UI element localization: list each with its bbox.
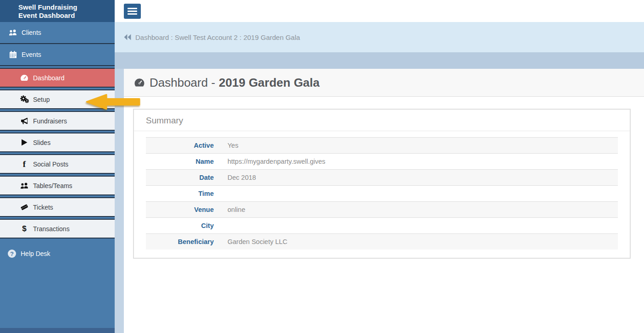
sidebar-item-setup[interactable]: Setup bbox=[0, 89, 115, 109]
sidebar-item-label: Transactions bbox=[33, 225, 70, 233]
dollar-icon: $ bbox=[19, 225, 29, 233]
sidebar-item-label: Social Posts bbox=[33, 161, 68, 168]
ticket-icon bbox=[19, 204, 29, 211]
content: Dashboard -2019 Garden Gala Summary Acti… bbox=[124, 69, 644, 333]
sidebar-item-transactions[interactable]: $ Transactions bbox=[0, 219, 115, 239]
header-band bbox=[115, 52, 644, 69]
table-row: Venue online bbox=[146, 202, 618, 218]
sidebar-item-help-desk[interactable]: ? Help Desk bbox=[0, 243, 115, 265]
double-back-icon[interactable] bbox=[124, 34, 131, 40]
users-group-icon bbox=[19, 182, 29, 189]
sidebar-item-label: Setup bbox=[33, 96, 50, 103]
table-row: Active Yes bbox=[146, 138, 618, 154]
summary-panel: Summary Active Yes Name https://mygarden… bbox=[133, 109, 631, 259]
row-value bbox=[220, 186, 618, 202]
row-value bbox=[220, 218, 618, 234]
row-value: https://mygardenparty.swell.gives bbox=[220, 154, 618, 170]
hamburger-icon bbox=[128, 8, 137, 9]
summary-panel-title: Summary bbox=[134, 110, 630, 131]
sidebar-item-social-posts[interactable]: f Social Posts bbox=[0, 154, 115, 174]
sidebar-item-label: Slides bbox=[33, 139, 50, 146]
page-header: Dashboard -2019 Garden Gala bbox=[124, 69, 644, 97]
sidebar-item-label: Dashboard bbox=[33, 74, 65, 82]
gears-icon bbox=[19, 95, 29, 103]
users-icon bbox=[8, 29, 18, 36]
sidebar-item-clients[interactable]: Clients bbox=[0, 22, 115, 44]
app-logo: Swell Fundraising Event Dashboard bbox=[0, 0, 115, 22]
sidebar-item-events[interactable]: Events bbox=[0, 44, 115, 66]
sidebar-item-label: Fundraisers bbox=[33, 117, 67, 125]
row-label: Time bbox=[146, 186, 220, 202]
breadcrumb-bar: Dashboard : Swell Test Account 2 : 2019 … bbox=[115, 22, 644, 52]
row-value: Yes bbox=[220, 138, 618, 154]
sidebar-item-dashboard[interactable]: Dashboard bbox=[0, 68, 115, 88]
page-title-prefix: Dashboard - bbox=[150, 76, 215, 89]
sidebar: Swell Fundraising Event Dashboard Client… bbox=[0, 0, 115, 333]
summary-panel-body: Active Yes Name https://mygardenparty.sw… bbox=[134, 131, 630, 258]
table-row: City bbox=[146, 218, 618, 234]
breadcrumb[interactable]: Dashboard : Swell Test Account 2 : 2019 … bbox=[135, 33, 300, 41]
table-row: Time bbox=[146, 186, 618, 202]
sidebar-footer-strip bbox=[0, 328, 115, 333]
question-icon: ? bbox=[7, 250, 17, 258]
sidebar-item-tables-teams[interactable]: Tables/Teams bbox=[0, 176, 115, 195]
summary-table: Active Yes Name https://mygardenparty.sw… bbox=[146, 137, 618, 250]
row-label: City bbox=[146, 218, 220, 234]
row-label: Date bbox=[146, 170, 220, 186]
sidebar-item-label: Help Desk bbox=[21, 250, 50, 257]
sidebar-nav: Clients Events Dashboard Setup Fundraise… bbox=[0, 22, 115, 265]
row-value: online bbox=[220, 202, 618, 218]
megaphone-icon bbox=[19, 117, 29, 125]
main-area: Dashboard : Swell Test Account 2 : 2019 … bbox=[115, 0, 644, 333]
table-row: Date Dec 2018 bbox=[146, 170, 618, 186]
page-title: Dashboard -2019 Garden Gala bbox=[150, 76, 320, 90]
sidebar-item-fundraisers[interactable]: Fundraisers bbox=[0, 111, 115, 131]
topbar bbox=[115, 0, 644, 22]
sidebar-item-slides[interactable]: Slides bbox=[0, 133, 115, 152]
sidebar-item-label: Clients bbox=[22, 29, 41, 36]
sidebar-item-label: Events bbox=[22, 51, 41, 58]
sidebar-item-tickets[interactable]: Tickets bbox=[0, 197, 115, 217]
row-value: Garden Society LLC bbox=[220, 234, 618, 250]
calendar-icon bbox=[8, 51, 18, 58]
play-icon bbox=[19, 139, 29, 146]
sidebar-item-label: Tables/Teams bbox=[33, 182, 72, 189]
facebook-icon: f bbox=[19, 160, 29, 168]
dashboard-title-icon bbox=[134, 78, 145, 88]
row-label: Active bbox=[146, 138, 220, 154]
dashboard-icon bbox=[19, 74, 29, 82]
row-value: Dec 2018 bbox=[220, 170, 618, 186]
row-label: Beneficiary bbox=[146, 234, 220, 250]
sidebar-item-label: Tickets bbox=[33, 204, 53, 211]
app-title-line1: Swell Fundraising bbox=[18, 3, 115, 11]
app-title-line2: Event Dashboard bbox=[18, 11, 115, 20]
table-row: Beneficiary Garden Society LLC bbox=[146, 234, 618, 250]
row-label: Name bbox=[146, 154, 220, 170]
row-label: Venue bbox=[146, 202, 220, 218]
page-title-event-name: 2019 Garden Gala bbox=[219, 76, 320, 89]
menu-toggle-button[interactable] bbox=[124, 4, 141, 19]
left-gutter bbox=[115, 69, 124, 333]
table-row: Name https://mygardenparty.swell.gives bbox=[146, 154, 618, 170]
